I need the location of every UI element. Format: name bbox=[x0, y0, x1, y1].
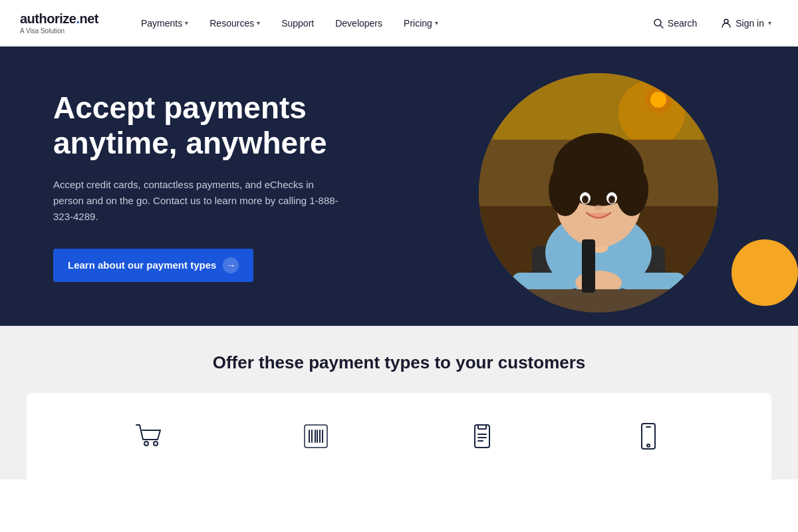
chevron-down-icon: ▾ bbox=[185, 19, 188, 27]
svg-point-21 bbox=[611, 197, 614, 200]
svg-point-46 bbox=[647, 444, 650, 447]
payment-types-title: Offer these payment types to your custom… bbox=[40, 352, 758, 373]
svg-point-30 bbox=[144, 442, 148, 446]
payment-icons-row bbox=[27, 393, 771, 479]
search-button[interactable]: Search bbox=[646, 14, 704, 33]
nav-item-resources[interactable]: Resources ▾ bbox=[201, 13, 268, 34]
arrow-right-icon: → bbox=[223, 257, 239, 273]
nav-label-payments: Payments bbox=[141, 18, 182, 29]
svg-point-31 bbox=[154, 442, 158, 446]
mobile-phone-icon bbox=[632, 420, 665, 453]
yellow-accent-decoration bbox=[732, 239, 798, 306]
shopping-cart-icon bbox=[133, 420, 166, 453]
hero-content: Accept payments anytime, anywhere Accept… bbox=[53, 90, 399, 282]
nav-label-developers: Developers bbox=[335, 18, 382, 29]
hero-image bbox=[479, 73, 732, 326]
signin-button[interactable]: Sign in ▾ bbox=[714, 14, 778, 33]
svg-point-19 bbox=[608, 196, 615, 203]
payment-icon-inperson bbox=[299, 420, 332, 453]
svg-rect-40 bbox=[478, 425, 486, 429]
nav-label-support: Support bbox=[281, 18, 314, 29]
nav-links: Payments ▾ Resources ▾ Support Developer… bbox=[133, 13, 646, 34]
hero-title: Accept payments anytime, anywhere bbox=[53, 90, 399, 161]
svg-point-15 bbox=[615, 163, 648, 216]
logo-text: authorize.net bbox=[20, 11, 106, 27]
hero-cta-button[interactable]: Learn about our payment types → bbox=[53, 249, 253, 282]
payment-types-section: Offer these payment types to your custom… bbox=[0, 326, 798, 479]
user-icon bbox=[721, 18, 732, 29]
svg-point-18 bbox=[582, 196, 589, 203]
nav-item-support[interactable]: Support bbox=[273, 13, 322, 34]
barcode-icon bbox=[299, 420, 332, 453]
hero-portrait bbox=[479, 73, 718, 313]
svg-line-1 bbox=[660, 25, 663, 28]
hero-description: Accept credit cards, contactless payment… bbox=[53, 177, 346, 225]
nav-label-resources: Resources bbox=[209, 18, 254, 29]
nav-right: Search Sign in ▾ bbox=[646, 14, 778, 33]
hero-cta-label: Learn about our payment types bbox=[68, 259, 216, 271]
payment-icon-mobile bbox=[632, 420, 665, 453]
payment-icon-cardreader bbox=[466, 420, 499, 453]
hero-section: Accept payments anytime, anywhere Accept… bbox=[0, 47, 798, 326]
chevron-down-icon: ▾ bbox=[435, 19, 438, 27]
logo[interactable]: authorize.net A Visa Solution bbox=[20, 11, 106, 35]
svg-point-22 bbox=[595, 205, 602, 210]
svg-point-29 bbox=[650, 92, 666, 108]
nav-label-pricing: Pricing bbox=[404, 18, 432, 29]
nav-item-payments[interactable]: Payments ▾ bbox=[133, 13, 196, 34]
svg-rect-23 bbox=[512, 273, 579, 289]
svg-rect-26 bbox=[479, 289, 718, 313]
signin-label: Sign in bbox=[735, 18, 764, 29]
nav-item-pricing[interactable]: Pricing ▾ bbox=[396, 13, 446, 34]
nav-item-developers[interactable]: Developers bbox=[327, 13, 390, 34]
navbar: authorize.net A Visa Solution Payments ▾… bbox=[0, 0, 798, 47]
hero-person-svg bbox=[479, 73, 718, 313]
svg-point-20 bbox=[585, 197, 587, 200]
logo-subtitle: A Visa Solution bbox=[20, 27, 106, 35]
chevron-down-icon: ▾ bbox=[768, 19, 771, 27]
svg-rect-27 bbox=[582, 239, 595, 293]
card-reader-icon bbox=[466, 420, 499, 453]
chevron-down-icon: ▾ bbox=[257, 19, 260, 27]
svg-point-2 bbox=[724, 19, 728, 23]
search-label: Search bbox=[668, 18, 697, 29]
svg-rect-24 bbox=[618, 273, 685, 289]
search-icon bbox=[653, 18, 664, 29]
svg-point-14 bbox=[549, 163, 582, 216]
payment-icon-online bbox=[133, 420, 166, 453]
